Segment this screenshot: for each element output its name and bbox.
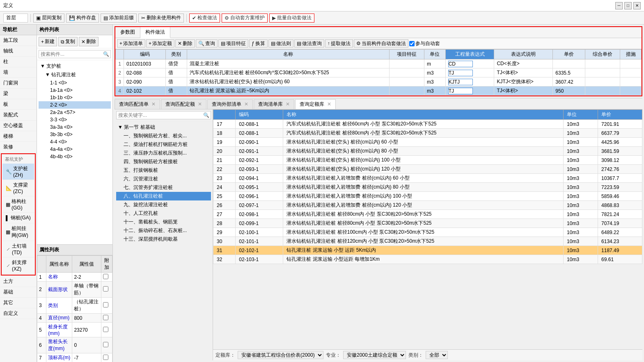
bottom-tree-node[interactable]: ▼ 第一节 桩基础 [116,123,211,132]
tree-node-4-4[interactable]: 4-4 <0> [39,138,111,146]
close-match-schedule[interactable]: ✕ [151,101,156,107]
delete-unused-button[interactable]: ✂ 删除未使用构件 [138,14,184,23]
attr-row-check[interactable] [101,282,112,298]
nav-item-other[interactable]: 其它 [0,298,37,308]
nav-item-hollow[interactable]: 空心楼盖 [0,121,37,131]
tree-node-2-2[interactable]: 2-2 <0> [39,101,111,109]
method-query-button[interactable]: ▤ 做法查询 [294,39,324,48]
delete-method-button[interactable]: ✕ 删除 [175,39,195,48]
project-feature-button[interactable]: ▤ 项目特征 [218,39,248,48]
query-button[interactable]: 🔍 查询 [196,39,218,48]
nav-item-brace[interactable]: ⟋ 斜支撑(XZ) [2,257,34,274]
batch-auto-button[interactable]: ▶ 批量自动套做法 [269,14,314,23]
delete-component-button[interactable]: ✕ 删除 [79,37,99,46]
bottom-table-row[interactable]: 20 02-091-1 潜水钻机钻孔灌注砼桩(空头) 桩径(cm以内) 80 小… [213,147,642,156]
tab-quota-lib[interactable]: 查询定额库 ✕ [295,99,336,109]
attr-row-check[interactable] [101,353,112,362]
floor-selector[interactable]: 首层 [3,14,28,23]
bottom-table-row[interactable]: 23 02-094-1 潜水钻机钻孔灌注砼桩入岩增加费 桩径(cm以内) 60 … [213,174,642,183]
nav-item-axis[interactable]: 轴线 [0,46,37,57]
maximize-button[interactable]: □ [624,2,632,9]
tree-node-3b-3b[interactable]: 3b-3b <0> [39,131,111,138]
component-search-input[interactable] [39,50,111,58]
minimize-button[interactable]: ─ [615,2,623,9]
method-row[interactable]: 4 02-102 借 钻孔灌注桩 泥浆运输,运距~5Km以内 m3 TJ<体积>… [116,87,642,96]
nav-item-stairs[interactable]: 楼梯 [0,131,37,142]
tree-node-2a-2a[interactable]: 2a-2a <57> [39,109,111,116]
nav-item-column[interactable]: 柱 [0,57,37,67]
bottom-tree-node[interactable]: 十、人工挖孔桩 [116,209,211,218]
tab-component-method[interactable]: 构件做法 [140,27,170,38]
bottom-tree-node[interactable]: 九、旋挖法灌注砼桩 [116,200,211,209]
tab-param-diagram[interactable]: 参数图 [115,27,140,38]
save-member-button[interactable]: 💾 构件存盘 [66,14,99,23]
nav-item-support-pile[interactable]: 🔧 支护桩(ZH) [2,164,34,180]
tree-node-drill-pile[interactable]: ▼ 钻孔灌注桩 [39,71,111,79]
tab-schedule-lib[interactable]: 查询清单库 ✕ [254,99,294,109]
attr-row-check[interactable] [101,323,112,337]
bottom-table-row[interactable]: 24 02-095-1 潜水钻机钻孔灌注砼桩入岩增加费 桩径(cm以内) 80 … [213,183,642,192]
bottom-tree-node[interactable]: 五、打拔钢板桩 [116,166,211,175]
bottom-tree-node[interactable]: 六、沉管灌注桩 [116,175,211,183]
add-schedule-button[interactable]: + 添加清单 [117,39,145,48]
add-quota-button[interactable]: + 添加定额 [146,39,174,48]
nav-item-steel-pile[interactable]: ▌ 钢桩(GA) [2,213,34,223]
convert-button[interactable]: ƒ 换算 [249,39,268,48]
attr-row-check[interactable] [101,273,112,282]
close-quota-lib[interactable]: ✕ [327,101,331,107]
close-schedule-lib[interactable]: ✕ [286,101,290,107]
attr-row-check[interactable] [101,337,112,353]
method-row[interactable]: 2 02-088 借 汽车式钻机钻孔灌注砼桩 桩径60cm内^泵C30粒20>5… [116,68,642,77]
nav-item-construction[interactable]: 施工段 [0,35,37,46]
bottom-tree-node[interactable]: 十二、振动碎石桩、石灰桩... [116,226,211,235]
copy-layer-button[interactable]: ▣ 层间复制 [33,14,64,23]
tree-node-4b-4b[interactable]: 4b-4b <0> [39,153,111,160]
nav-item-beam[interactable]: 梁 [0,89,37,99]
bottom-table-row[interactable]: 22 02-093-1 潜水钻机钻孔灌注砼桩(空头) 桩径(cm以内) 120 … [213,165,642,174]
tree-node-1b-1b[interactable]: 1b-1b <0> [39,94,111,101]
nav-item-soil-nail[interactable]: ⟋ 土钉墙(TD) [2,241,34,257]
bottom-table-row[interactable]: 28 02-099-1 潜水钻机钻孔灌注砼桩 桩径80cm内 小型 泵C30粒2… [213,219,642,228]
method-row-formula[interactable] [445,59,494,68]
method-rule-button[interactable]: ▤ 做法则 [268,39,293,48]
bottom-tree-node[interactable]: 二、柴油打桩机打钢筋砼方桩 [116,140,211,149]
new-component-button[interactable]: + 新建 [39,37,57,46]
nav-item-earthwork[interactable]: 土方 [0,276,37,287]
close-external-schedule[interactable]: ✕ [244,101,248,107]
auto-match-checkbox[interactable] [409,41,415,46]
bottom-table-row[interactable]: 31 02-102-1 钻孔灌注桩 泥浆运输 小型 运距 5Km以内 10m3 … [213,246,642,255]
copy-component-button[interactable]: ⧉ 复制 [58,37,78,46]
auto-match-button[interactable]: ⚙ 当前构件自动套做法 [354,39,408,48]
bottom-table-row[interactable]: 26 02-097-1 潜水钻机钻孔灌注砼桩入岩增加费 桩径(cm以内) 120… [213,201,642,210]
close-button[interactable]: ✕ [633,2,641,9]
auto-maintain-button[interactable]: ⚙ 自动套方案维护 [222,14,268,23]
tree-node-1a-1a[interactable]: 1a-1a <0> [39,87,111,94]
bottom-tree-node[interactable]: 三、液压静力压桩机压预制... [116,149,211,157]
nav-item-pile-net[interactable]: ▦ 桩间挂网(GW) [2,223,34,241]
bottom-table-row[interactable]: 19 02-090-1 潜水钻机钻孔灌注砼桩(空头) 桩径(cm以内) 60 小… [213,138,642,147]
tree-node-3a-3a[interactable]: 3a-3a <0> [39,123,111,131]
bottom-table-row[interactable]: 25 02-096-1 潜水钻机钻孔灌注砼桩入岩增加费 桩径(cm以内) 100… [213,192,642,201]
close-match-quota[interactable]: ✕ [198,101,202,107]
method-row-formula[interactable] [445,68,494,77]
nav-item-door[interactable]: 门窗洞 [0,78,37,89]
nav-item-assembly[interactable]: 装配式 [0,110,37,121]
bottom-table-row[interactable]: 17 02-088-1 汽车式钻机钻孔灌注砼桩 桩径60cm内 小型 泵C30粒… [213,120,642,129]
bottom-table-row[interactable]: 21 02-092-1 潜水钻机钻孔灌注砼桩(空头) 桩径(cm以内) 100 … [213,156,642,165]
auto-match-checkbox-label[interactable]: 参与自动套 [409,40,440,47]
nav-item-lattice-column[interactable]: ▦ 格构柱(GG) [2,196,34,213]
spec-select[interactable]: 安徽2000土建综合定额 [343,351,406,359]
nav-item-decoration[interactable]: 装修 [0,142,37,153]
bottom-tree-node[interactable]: 十三、深层搅拌机间歇基 [116,235,211,244]
bottom-tree-node[interactable]: 八、钻孔灌注砼桩 [116,192,211,200]
nav-item-slab[interactable]: 板 [0,99,37,110]
attr-row-check[interactable] [101,298,112,314]
bottom-table-row[interactable]: 30 02-101-1 潜水钻机钻孔灌注砼桩 桩径120cm内 小型 泵C30粒… [213,237,642,246]
check-method-button[interactable]: ✔ 检查做法 [189,14,220,23]
attr-row-check[interactable] [101,314,112,323]
bottom-table-row[interactable]: 27 02-098-1 潜水钻机钻孔灌注砼桩 桩径80cm内 小型 泵C30粒2… [213,210,642,219]
bottom-tree-node[interactable]: 四、预制钢筋砼方桩接桩 [116,157,211,166]
bottom-table-row[interactable]: 18 02-088-1 汽车式钻机钻孔灌注砼桩 桩径80cm内 小型 泵C30粒… [213,129,642,138]
method-row[interactable]: 1 010201003 借贷 混凝土灌注桩 m CD<长度> [116,59,642,68]
tree-node-support-pile[interactable]: ▼ 支护桩 [39,62,111,71]
